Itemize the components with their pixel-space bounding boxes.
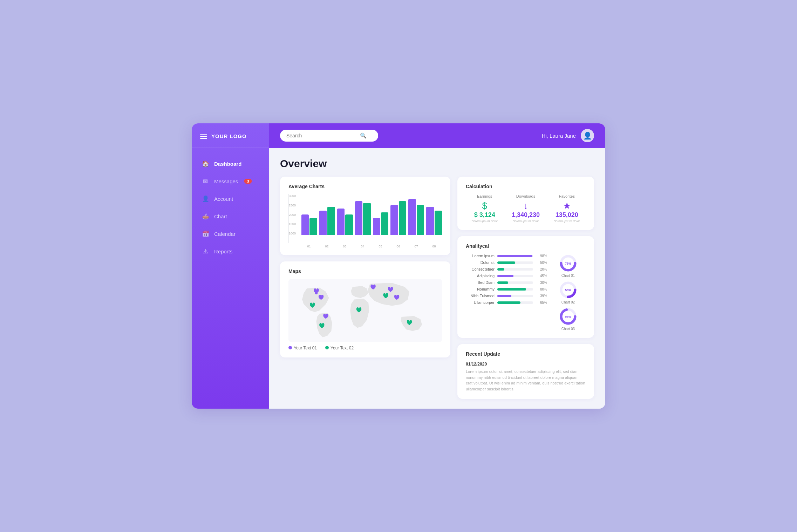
svg-text:96%: 96%: [565, 315, 571, 319]
calendar-icon: 📅: [202, 230, 209, 238]
anal-label: Nonummy: [466, 287, 495, 291]
anal-bar-fill: [497, 301, 520, 304]
anal-label: Adipiscing: [466, 274, 495, 278]
legend-label: Your Text 02: [331, 346, 354, 350]
calculation-title: Calculation: [466, 184, 586, 189]
messages-icon: ✉: [202, 177, 209, 185]
calc-label: Earnings: [466, 194, 503, 198]
calc-value: 1,340,230: [507, 211, 544, 219]
map-legend-item: Your Text 01: [288, 346, 317, 350]
world-map-svg: [292, 279, 438, 342]
bar-purple: [408, 199, 416, 235]
analytical-row: Lorem ipsum 98%: [466, 254, 547, 258]
anal-pct: 45%: [536, 274, 547, 278]
donut-svg: 96%: [559, 307, 578, 326]
bar-group: [408, 199, 424, 235]
analytical-row: Adipiscing 45%: [466, 274, 547, 278]
donut-label: Chart 02: [561, 300, 575, 304]
donut-item-chart-02: 50% Chart 02: [559, 280, 578, 304]
sidebar-item-calendar[interactable]: 📅 Calendar: [192, 225, 269, 243]
calc-icon: ★: [548, 200, 586, 211]
legend-dot: [288, 346, 292, 349]
anal-bar-bg: [497, 288, 533, 291]
analytical-row: Dolor sit 50%: [466, 260, 547, 265]
bar-purple: [390, 205, 398, 235]
dashboard-icon: 🏠: [202, 160, 209, 168]
reports-icon: ⚠: [202, 247, 209, 255]
anal-label: Nibh Euismod: [466, 294, 495, 298]
avatar: 👤: [581, 129, 594, 142]
anal-bar-bg: [497, 281, 533, 284]
calc-item-earnings: Earnings $ $ 3,124 *lorem ipsum dolor: [466, 194, 503, 223]
anal-bar-bg: [497, 261, 533, 264]
bar-group: [426, 207, 442, 235]
anal-bar-fill: [497, 281, 508, 284]
user-greeting: Hi, Laura Jane: [541, 133, 576, 139]
logo-text: YOUR LOGO: [211, 133, 247, 139]
recent-update-title: Recent Update: [466, 351, 586, 357]
bar-green: [435, 211, 442, 235]
nav-badge-messages: 3: [244, 179, 251, 184]
user-info: Hi, Laura Jane 👤: [541, 129, 594, 142]
bar-purple: [301, 214, 309, 235]
x-label: 08: [426, 245, 442, 248]
donut-label: Chart 01: [561, 274, 575, 278]
x-label: 07: [408, 245, 424, 248]
bar-green: [399, 201, 406, 235]
y-label: 1500: [289, 222, 296, 226]
sidebar-item-account[interactable]: 👤 Account: [192, 190, 269, 207]
x-label: 01: [301, 245, 317, 248]
anal-bar-fill: [497, 275, 513, 277]
anal-label: Lorem ipsum: [466, 254, 495, 258]
y-label: 2000: [289, 213, 296, 217]
bar-chart-area: 10001500200025003000: [288, 194, 442, 243]
nav-label-reports: Reports: [214, 248, 233, 254]
search-bar[interactable]: 🔍: [280, 130, 378, 142]
svg-text:75%: 75%: [565, 262, 571, 265]
bar-group: [301, 214, 317, 235]
nav-label-chart: Chart: [214, 213, 227, 219]
calc-label: Downloads: [507, 194, 544, 198]
calc-label: Favorites: [548, 194, 586, 198]
anal-pct: 80%: [536, 287, 547, 291]
calc-value: $ 3,124: [466, 211, 503, 219]
calc-icon: ↓: [507, 200, 544, 211]
donut-item-chart-03: 96% Chart 03: [559, 307, 578, 331]
recent-text: Lorem ipsum dolor sit amet, consectetuer…: [466, 369, 586, 392]
map-legend: Your Text 01Your Text 02: [288, 346, 442, 350]
anal-label: Sed Diam: [466, 280, 495, 285]
sidebar-item-dashboard[interactable]: 🏠 Dashboard: [192, 155, 269, 172]
bar-purple: [319, 211, 327, 235]
anal-pct: 20%: [536, 267, 547, 271]
right-column: Calculation Earnings $ $ 3,124 *lorem ip…: [457, 177, 594, 399]
legend-label: Your Text 01: [294, 346, 317, 350]
page-title: Overview: [280, 158, 594, 170]
hamburger-menu[interactable]: [200, 134, 207, 139]
anal-bar-bg: [497, 255, 533, 257]
donut-label: Chart 03: [561, 327, 575, 331]
chart-y-labels: 10001500200025003000: [289, 194, 296, 235]
anal-bar-bg: [497, 275, 533, 277]
bar-group: [355, 201, 371, 235]
y-label: 2500: [289, 204, 296, 207]
sidebar-header: YOUR LOGO: [192, 123, 269, 148]
bar-group: [337, 209, 353, 235]
maps-title: Maps: [288, 268, 442, 274]
recent-update-card: Recent Update 01/12/2020 Lorem ipsum dol…: [457, 344, 594, 399]
legend-dot: [325, 346, 329, 349]
donut-column: 75% Chart 01 50% Chart 02 96% Chart 03: [551, 254, 586, 331]
sidebar-item-messages[interactable]: ✉ Messages 3: [192, 172, 269, 190]
x-label: 04: [355, 245, 370, 248]
bar-green: [363, 203, 370, 235]
bar-purple: [337, 209, 345, 235]
anal-pct: 98%: [536, 254, 547, 258]
anal-bar-fill: [497, 288, 526, 291]
x-label: 03: [337, 245, 353, 248]
anal-label: Ullamcorper: [466, 300, 495, 305]
sidebar-item-reports[interactable]: ⚠ Reports: [192, 243, 269, 260]
calc-sublabel: *lorem ipsum dolor: [548, 219, 586, 223]
nav-label-account: Account: [214, 196, 233, 202]
sidebar-item-chart[interactable]: 🥧 Chart: [192, 207, 269, 225]
calc-icon: $: [466, 200, 503, 211]
search-input[interactable]: [286, 133, 356, 138]
